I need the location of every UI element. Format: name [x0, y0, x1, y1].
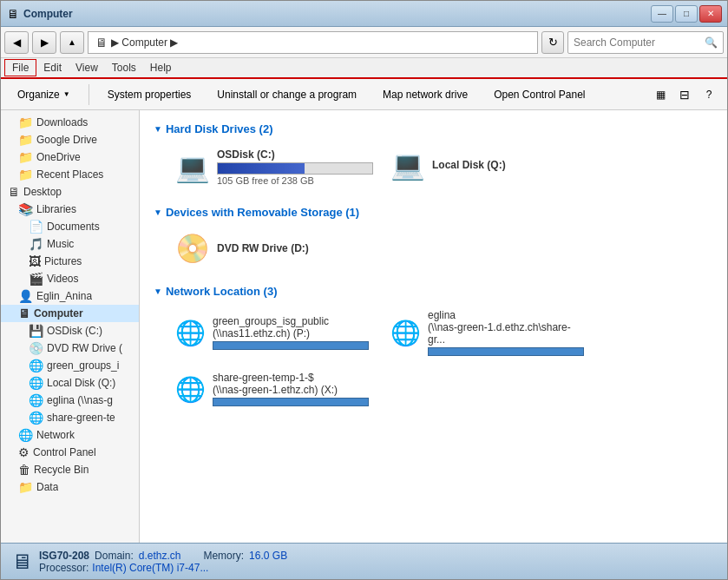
toolbar: Organize ▼ System properties Uninstall o… [1, 79, 727, 110]
main-window: 🖥 Computer — □ ✕ ◀ ▶ ▲ 🖥 ▶ Computer ▶ ↻ … [0, 0, 728, 580]
drive-dvd-inner: 📀 DVD RW Drive (D:) [175, 232, 368, 265]
search-box[interactable]: 🔍 [567, 31, 724, 54]
status-memory-label: Memory: [203, 550, 244, 562]
sidebar-item-data[interactable]: 📁 Data [1, 478, 139, 496]
sidebar-item-google-drive[interactable]: 📁 Google Drive [1, 131, 139, 148]
drive-osdisk[interactable]: 💻 OSDisk (C:) 105 GB free of 238 GB [167, 142, 376, 192]
removable-title: Devices with Removable Storage (1) [166, 206, 359, 219]
drive-dvd[interactable]: 📀 DVD RW Drive (D:) [167, 226, 376, 271]
local-disk-q-drive-icon: 💻 [390, 148, 425, 181]
refresh-button[interactable]: ↻ [541, 31, 564, 54]
network-section-header: ▼ Network Location (3) [154, 285, 713, 298]
sidebar-item-libraries[interactable]: 📚 Libraries [1, 201, 139, 218]
sidebar-item-videos[interactable]: 🎬 Videos [1, 270, 139, 287]
network-item-share-green[interactable]: 🌐 share-green-temp-1-$ (\\nas-green-1.et… [167, 367, 376, 411]
views-button-2[interactable]: ⊟ [673, 83, 696, 106]
system-properties-button[interactable]: System properties [98, 82, 201, 107]
menu-edit[interactable]: Edit [36, 60, 69, 76]
green-groups-net-name: green_groups_isg_public [213, 315, 369, 327]
eglin-icon: 👤 [18, 289, 33, 303]
status-memory-value: 16.0 GB [249, 550, 287, 562]
share-green-net-name: share-green-temp-1-$ [213, 372, 369, 384]
osdisk-size: 105 GB free of 238 GB [217, 175, 373, 186]
green-groups-net-bar [213, 341, 369, 350]
sidebar-item-recycle-bin[interactable]: 🗑 Recycle Bin [1, 461, 139, 478]
status-info: ISG70-208 Domain: d.ethz.ch Memory: 16.0… [39, 550, 287, 574]
forward-button[interactable]: ▶ [32, 31, 56, 54]
drive-local-q-info: Local Disk (Q:) [432, 159, 583, 171]
music-icon: 🎵 [29, 237, 43, 251]
network-item-green-groups[interactable]: 🌐 green_groups_isg_public (\\nas11.ethz.… [167, 305, 376, 360]
sidebar-item-onedrive[interactable]: 📁 OneDrive [1, 148, 139, 166]
drive-local-q-inner: 💻 Local Disk (Q:) [390, 148, 583, 181]
status-domain-label: Domain: [95, 550, 134, 562]
toolbar-separator-1 [89, 84, 89, 105]
sidebar-item-share-green[interactable]: 🌐 share-green-te [1, 409, 139, 426]
sidebar-item-desktop[interactable]: 🖥 Desktop [1, 183, 139, 201]
menu-help[interactable]: Help [143, 60, 179, 76]
sidebar-item-eglin[interactable]: 👤 Eglin_Anina [1, 287, 139, 305]
network-items-row-1: 🌐 green_groups_isg_public (\\nas11.ethz.… [167, 305, 713, 360]
sidebar-item-music[interactable]: 🎵 Music [1, 235, 139, 253]
uninstall-button[interactable]: Uninstall or change a program [207, 82, 366, 107]
control-panel-icon: ⚙ [18, 445, 30, 459]
address-bar: ◀ ▶ ▲ 🖥 ▶ Computer ▶ ↻ 🔍 [1, 27, 727, 58]
hard-disk-section-header: ▼ Hard Disk Drives (2) [154, 122, 713, 135]
sidebar-item-eglina-nas[interactable]: 🌐 eglina (\\nas-g [1, 392, 139, 409]
documents-icon: 📄 [29, 220, 43, 234]
share-green-net-bar [213, 398, 369, 406]
map-network-button[interactable]: Map network drive [373, 82, 477, 107]
views-dropdown-button[interactable]: ▦ [649, 83, 672, 106]
green-groups-icon: 🌐 [29, 359, 43, 372]
search-input[interactable] [574, 36, 705, 49]
minimize-button[interactable]: — [651, 5, 673, 23]
dvd-drive-icon: 📀 [175, 232, 210, 265]
sidebar-item-local-disk-q[interactable]: 🌐 Local Disk (Q:) [1, 374, 139, 392]
network-title: Network Location (3) [166, 285, 278, 298]
content-area: ▼ Hard Disk Drives (2) 💻 OSDisk (C:) 105… [140, 110, 727, 543]
removable-drives-grid: 📀 DVD RW Drive (D:) [167, 226, 713, 271]
address-path[interactable]: 🖥 ▶ Computer ▶ [88, 31, 538, 54]
sidebar-item-computer[interactable]: 🖥 Computer [1, 305, 139, 322]
menu-tools[interactable]: Tools [105, 60, 143, 76]
osdisk-drive-icon: 💻 [175, 151, 210, 184]
sidebar-item-network[interactable]: 🌐 Network [1, 426, 139, 444]
sidebar-item-downloads[interactable]: 📁 Downloads [1, 114, 139, 131]
menu-file[interactable]: File [4, 59, 36, 76]
help-button[interactable]: ? [698, 83, 720, 106]
up-button[interactable]: ▲ [60, 31, 84, 54]
hard-disk-drives-grid: 💻 OSDisk (C:) 105 GB free of 238 GB [167, 142, 713, 192]
maximize-button[interactable]: □ [675, 5, 698, 23]
status-processor-value: Intel(R) Core(TM) i7-47... [92, 562, 208, 574]
status-computer-icon: 🖥 [11, 550, 32, 574]
osdisk-progress-fill [218, 163, 305, 174]
sidebar-item-dvd[interactable]: 💿 DVD RW Drive ( [1, 339, 139, 357]
onedrive-icon: 📁 [18, 150, 33, 164]
downloads-icon: 📁 [18, 115, 33, 129]
eglina-nas-icon: 🌐 [29, 393, 43, 407]
pictures-icon: 🖼 [29, 254, 41, 268]
share-green-icon: 🌐 [29, 411, 43, 425]
sidebar-item-osdisk[interactable]: 💾 OSDisk (C:) [1, 322, 139, 339]
back-button[interactable]: ◀ [4, 31, 29, 54]
main-content: 📁 Downloads 📁 Google Drive 📁 OneDrive 📁 … [1, 110, 727, 543]
sidebar-item-documents[interactable]: 📄 Documents [1, 218, 139, 235]
videos-icon: 🎬 [29, 272, 43, 286]
hard-disk-title: Hard Disk Drives (2) [166, 122, 273, 135]
close-button[interactable]: ✕ [699, 5, 722, 23]
status-bar: 🖥 ISG70-208 Domain: d.ethz.ch Memory: 16… [1, 543, 727, 579]
open-control-panel-button[interactable]: Open Control Panel [484, 82, 594, 107]
sidebar-item-recent-places[interactable]: 📁 Recent Places [1, 166, 139, 183]
menu-view[interactable]: View [69, 60, 105, 76]
share-green-net-info: share-green-temp-1-$ (\\nas-green-1.ethz… [213, 372, 369, 406]
sidebar-item-pictures[interactable]: 🖼 Pictures [1, 253, 139, 270]
sidebar-item-green-groups[interactable]: 🌐 green_groups_i [1, 357, 139, 374]
drive-osdisk-info: OSDisk (C:) 105 GB free of 238 GB [217, 148, 373, 186]
toolbar-views: ▦ ⊟ ? [649, 83, 720, 106]
eglina-net-icon: 🌐 [390, 319, 421, 347]
sidebar-item-control-panel[interactable]: ⚙ Control Panel [1, 444, 139, 461]
libraries-icon: 📚 [18, 202, 33, 216]
organize-button[interactable]: Organize ▼ [8, 82, 80, 107]
network-item-eglina[interactable]: 🌐 eglina (\\nas-green-1.d.ethz.ch\share-… [383, 305, 591, 360]
drive-local-disk-q[interactable]: 💻 Local Disk (Q:) [383, 142, 591, 192]
